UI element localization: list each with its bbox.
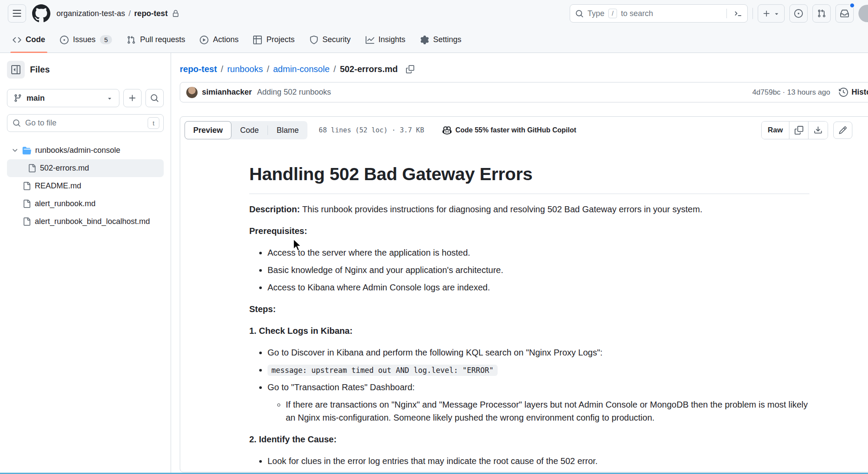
search-tree-button[interactable]: [145, 89, 164, 107]
hamburger-menu-button[interactable]: [8, 4, 26, 23]
commit-message[interactable]: Adding 502 runbooks: [257, 88, 331, 97]
repo-link[interactable]: repo-test: [134, 9, 168, 18]
add-file-button[interactable]: [123, 89, 142, 107]
commit-sha-and-time[interactable]: 4d759bc · 13 hours ago: [752, 88, 830, 97]
description-text: This runbook provides instructions for d…: [300, 204, 703, 214]
org-link[interactable]: organization-test-as: [56, 9, 125, 18]
tree-file-readme[interactable]: README.md: [7, 177, 164, 195]
history-icon: [839, 88, 848, 97]
code-icon: [13, 36, 21, 44]
github-logo[interactable]: [32, 4, 50, 23]
raw-actions-group: Raw: [761, 121, 828, 139]
command-palette-icon[interactable]: [734, 9, 743, 18]
commit-author-avatar[interactable]: [186, 87, 198, 98]
notifications-inbox-button[interactable]: [835, 4, 854, 23]
caret-down-icon: [106, 95, 113, 102]
go-to-file-input[interactable]: Go to file t: [7, 114, 164, 132]
download-file-button[interactable]: [809, 122, 828, 139]
list-item-code: message: upstream timed out AND log.leve…: [267, 363, 809, 376]
header-context: organization-test-as / repo-test: [56, 9, 179, 18]
search-placeholder-post: to search: [621, 9, 653, 18]
search-icon: [575, 10, 584, 18]
step2-title: 2. Identify the Cause:: [249, 433, 809, 446]
tree-file-502-errors[interactable]: 502-errors.md: [7, 159, 164, 177]
tab-label: Settings: [433, 35, 462, 44]
prerequisites-label: Prerequisites:: [249, 224, 809, 237]
breadcrumb: repo-test / runbooks / admin-console / 5…: [180, 63, 868, 75]
copilot-banner[interactable]: Code 55% faster with GitHub Copilot: [442, 126, 576, 135]
t-key-hint: t: [148, 117, 159, 129]
step1-sublist: If there are transactions on "Nginx" and…: [267, 398, 809, 424]
tab-projects[interactable]: Projects: [247, 27, 301, 53]
copilot-icon: [442, 126, 452, 135]
step1-title: 1. Check Logs in Kibana:: [249, 324, 809, 337]
search-divider: [726, 9, 727, 18]
tab-code[interactable]: Code: [6, 27, 52, 53]
copy-path-button[interactable]: [404, 63, 416, 75]
latest-commit-bar: simianhacker Adding 502 runbooks 4d759bc…: [180, 82, 868, 102]
edit-file-button[interactable]: [833, 122, 852, 139]
doc-title: Handling 502 Bad Gateway Errors: [249, 161, 809, 194]
blame-tab[interactable]: Blame: [268, 121, 307, 139]
git-pull-request-icon: [817, 9, 826, 18]
tab-label: Issues: [73, 35, 96, 44]
file-info-stats: 68 lines (52 loc) · 3.7 KB: [319, 126, 424, 134]
history-link[interactable]: History: [839, 88, 868, 97]
graph-icon: [366, 36, 374, 44]
current-branch-name: main: [26, 94, 45, 103]
breadcrumb-dir-admin-console[interactable]: admin-console: [273, 64, 330, 74]
global-header: organization-test-as / repo-test Type / …: [0, 0, 868, 27]
tab-insights[interactable]: Insights: [359, 27, 412, 53]
tab-issues[interactable]: Issues 5: [53, 27, 119, 53]
file-name: alert_runbook.md: [35, 199, 96, 208]
preview-tab[interactable]: Preview: [185, 121, 231, 139]
play-icon: [200, 36, 208, 44]
tab-security[interactable]: Security: [303, 27, 357, 53]
inbox-icon: [840, 9, 849, 18]
file-toolbar: Preview Code Blame 68 lines (52 loc) · 3…: [180, 117, 868, 144]
breadcrumb-repo-link[interactable]: repo-test: [180, 64, 217, 74]
raw-button[interactable]: Raw: [762, 122, 789, 139]
tab-label: Actions: [213, 35, 238, 44]
list-item-text: Go to "Transaction Rates" Dashboard:: [267, 382, 415, 392]
sidebar-collapse-icon: [11, 65, 20, 74]
kql-query-code: message: upstream timed out AND log.leve…: [267, 365, 498, 376]
tree-folder-runbooks-admin-console[interactable]: runbooks/admin-console: [7, 142, 164, 159]
create-new-button[interactable]: [758, 4, 785, 23]
user-avatar[interactable]: [858, 5, 868, 22]
git-branch-icon: [13, 94, 22, 102]
unread-notification-dot: [849, 3, 855, 8]
tab-pull-requests[interactable]: Pull requests: [120, 27, 191, 53]
breadcrumb-current-file: 502-errors.md: [340, 64, 398, 74]
list-item: Access to Kibana where Admin Console log…: [267, 281, 809, 294]
branch-selector[interactable]: main: [7, 89, 119, 107]
commit-author-name[interactable]: simianhacker: [202, 88, 252, 97]
pull-requests-dashboard-button[interactable]: [812, 4, 831, 23]
file-tree: runbooks/admin-console 502-errors.md REA…: [7, 142, 164, 230]
breadcrumb-dir-runbooks[interactable]: runbooks: [227, 64, 263, 74]
search-icon: [150, 94, 159, 102]
file-name: alert_runbook_bind_localhost.md: [35, 217, 150, 226]
description-label: Description:: [249, 204, 300, 214]
tree-file-alert-runbook[interactable]: alert_runbook.md: [7, 195, 164, 213]
file-name: 502-errors.md: [40, 164, 89, 173]
gear-icon: [420, 36, 429, 44]
plus-icon: [762, 10, 771, 18]
file-icon: [23, 182, 31, 190]
copy-icon: [795, 126, 803, 135]
chevron-down-icon: [11, 147, 19, 154]
code-tab[interactable]: Code: [231, 121, 267, 139]
plus-icon: [128, 94, 137, 102]
header-actions: Type / to search: [570, 4, 860, 23]
list-subitem: If there are transactions on "Nginx" and…: [286, 398, 809, 424]
history-label: History: [851, 88, 868, 97]
copy-file-button[interactable]: [789, 122, 809, 139]
collapse-sidebar-button[interactable]: [7, 61, 25, 79]
steps-label: Steps:: [249, 303, 809, 316]
tab-actions[interactable]: Actions: [193, 27, 245, 53]
tree-file-alert-runbook-bind-localhost[interactable]: alert_runbook_bind_localhost.md: [7, 213, 164, 230]
global-search-input[interactable]: Type / to search: [570, 4, 748, 23]
tab-settings[interactable]: Settings: [414, 27, 468, 53]
list-item: Access to the server where the applicati…: [267, 246, 809, 259]
issues-dashboard-button[interactable]: [789, 4, 808, 23]
